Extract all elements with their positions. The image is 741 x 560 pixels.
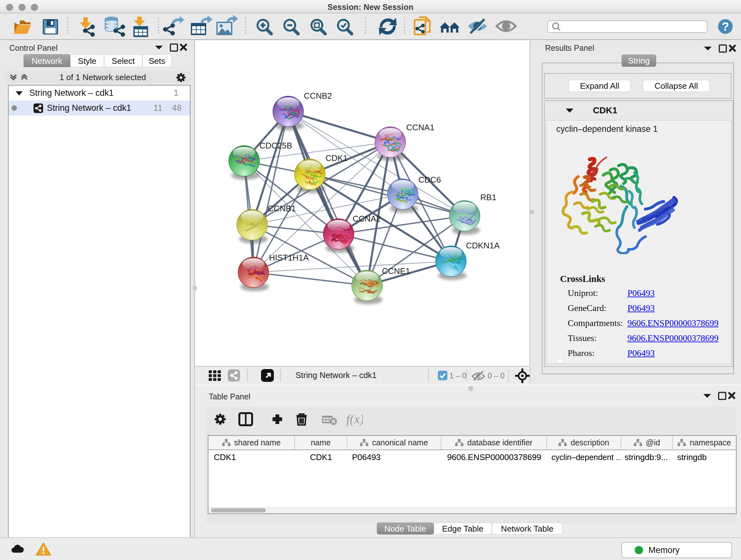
svg-text:CCNB1: CCNB1: [268, 204, 296, 213]
svg-text:CDKN1A: CDKN1A: [466, 241, 500, 250]
svg-text:f(x): f(x): [346, 412, 363, 426]
svg-text:RB1: RB1: [480, 192, 496, 202]
svg-text:CCNB2: CCNB2: [304, 91, 332, 101]
svg-text:HIST1H1A: HIST1H1A: [269, 253, 309, 262]
svg-text:CDK1: CDK1: [326, 153, 347, 163]
svg-text:?: ?: [722, 20, 729, 33]
svg-text:CDC25B: CDC25B: [259, 141, 292, 150]
svg-text:CCNA1: CCNA1: [406, 123, 434, 132]
svg-text:CCNE1: CCNE1: [382, 266, 410, 276]
svg-text:CCNA2: CCNA2: [353, 214, 381, 224]
svg-text:CDC6: CDC6: [418, 175, 441, 185]
